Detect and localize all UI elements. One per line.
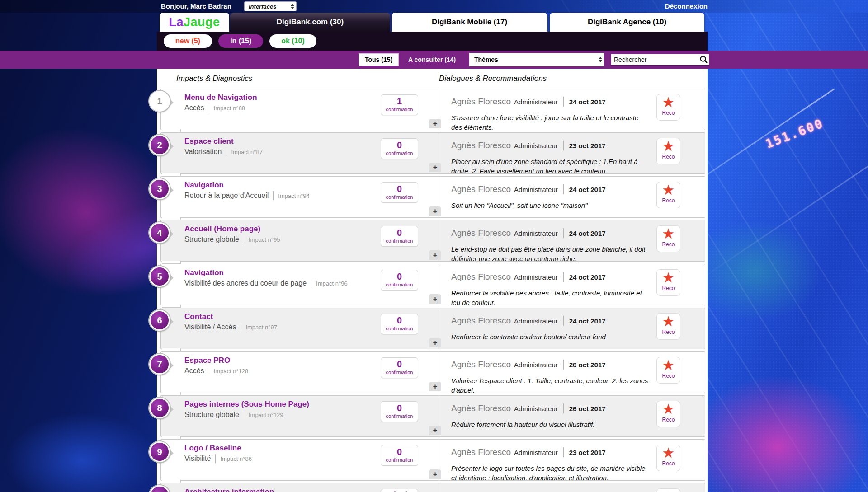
- dialogue-section: Agnès Floresco Administrateur 24 oct 201…: [438, 220, 705, 261]
- separator: [563, 447, 564, 457]
- impact-row: 10 Architecture information confirmation…: [160, 483, 705, 492]
- select-stepper-icon: [291, 4, 294, 9]
- impact-number-label: Impact n°94: [278, 192, 310, 199]
- impact-number-label: Impact n°97: [245, 324, 277, 331]
- impact-title[interactable]: Architecture information: [184, 487, 274, 492]
- author-line: Agnès Floresco Administrateur 24 oct 201…: [451, 228, 606, 238]
- tab-digibank-mobile[interactable]: DigiBank Mobile (17): [392, 13, 547, 32]
- tab-digibank-agence[interactable]: DigiBank Agence (10): [550, 13, 704, 32]
- user-greeting: Bonjour, Marc Badran: [161, 2, 231, 10]
- search-icon[interactable]: [698, 55, 708, 65]
- author-role: Administrateur: [514, 142, 558, 150]
- impact-subtitle: Retour à la page d'Accueil Impact n°94: [184, 191, 310, 200]
- confirmation-counter[interactable]: 0 confirmation: [381, 226, 418, 247]
- filter-a-consulter-button[interactable]: A consulter (14): [408, 51, 456, 69]
- recommendation-text: Renforcer le contraste couleur bouton/ c…: [451, 332, 648, 349]
- reco-star-badge[interactable]: ★ Reco: [656, 182, 680, 208]
- impact-row: 6 Contact Visibilité / Accès Impact n°97…: [160, 308, 705, 349]
- author-line: Agnès Floresco Administrateur 23 oct 201…: [451, 141, 606, 150]
- impact-row: 4 Accueil (Home page) Structure globale …: [160, 220, 705, 262]
- author-name: Agnès Floresco: [451, 316, 511, 326]
- impact-title[interactable]: Menu de Navigation: [184, 93, 257, 102]
- confirmation-counter[interactable]: 0 confirmation: [381, 138, 418, 159]
- reco-star-badge[interactable]: ★ Reco: [656, 357, 680, 384]
- impact-number-badge: 8: [149, 398, 174, 420]
- reco-star-badge[interactable]: ★ Reco: [656, 401, 680, 427]
- tab-digibank-com[interactable]: DigiBank.com (30): [230, 13, 390, 32]
- reco-star-badge[interactable]: ★ Reco: [656, 94, 680, 121]
- impact-title[interactable]: Contact: [184, 312, 213, 321]
- row-notch: [162, 217, 181, 220]
- confirmation-counter[interactable]: confirmation: [381, 489, 418, 492]
- impact-subtitle: Accès Impact n°128: [184, 366, 248, 375]
- dialogue-section: Agnès Floresco Administrateur 23 oct 201…: [438, 440, 705, 480]
- pill-new[interactable]: new (5): [164, 34, 212, 48]
- date: 26 oct 2017: [569, 405, 606, 412]
- reco-star-badge[interactable]: ★ Reco: [656, 445, 680, 471]
- date: 24 oct 2017: [569, 186, 606, 193]
- impact-subtitle: Visibilité / Accès Impact n°97: [184, 323, 277, 332]
- impact-row: 8 Pages internes (Sous Home Page) Struct…: [160, 395, 705, 437]
- reco-star-badge[interactable]: ★ Reco: [656, 225, 680, 252]
- filter-tous-button[interactable]: Tous (15): [359, 53, 399, 66]
- impact-title[interactable]: Pages internes (Sous Home Page): [184, 400, 309, 409]
- confirmation-counter[interactable]: 0 confirmation: [381, 401, 418, 422]
- author-name: Agnès Floresco: [451, 403, 511, 413]
- separator: [563, 228, 564, 238]
- reco-label: Reco: [657, 198, 680, 204]
- confirmation-counter[interactable]: 0 confirmation: [381, 314, 418, 334]
- impact-title[interactable]: Espace PRO: [184, 356, 230, 365]
- impact-row: 5 Navigation Visibilité des ancres du co…: [160, 264, 705, 305]
- row-notch: [162, 129, 181, 132]
- interface-select[interactable]: interfaces: [244, 1, 297, 11]
- impact-title[interactable]: Navigation: [184, 181, 224, 190]
- impact-title[interactable]: Accueil (Home page): [184, 225, 260, 234]
- author-name: Agnès Floresco: [451, 228, 511, 238]
- impact-number-label: Impact n°88: [214, 105, 245, 112]
- confirmation-counter[interactable]: 0 confirmation: [381, 270, 418, 291]
- confirmation-counter[interactable]: 0 confirmation: [381, 445, 418, 466]
- star-icon: ★: [657, 226, 680, 242]
- reco-label: Reco: [657, 242, 680, 248]
- reco-star-badge[interactable]: ★ Reco: [656, 138, 680, 164]
- pill-ok[interactable]: ok (10): [269, 34, 316, 48]
- star-icon: ★: [657, 445, 680, 461]
- content-panel: Impacts & Diagnostics Dialogues & Recomm…: [157, 69, 708, 492]
- confirmation-counter[interactable]: 1 confirmation: [381, 94, 418, 115]
- separator: [563, 360, 564, 370]
- search-box: [611, 54, 709, 66]
- separator: [311, 279, 311, 288]
- pill-in[interactable]: in (15): [218, 34, 263, 48]
- reco-label: Reco: [657, 286, 680, 291]
- lajauge-logo-tab[interactable]: LaJauge: [160, 13, 229, 32]
- impact-title[interactable]: Logo / Baseline: [184, 444, 241, 453]
- impact-subtitle: Accès Impact n°88: [184, 103, 245, 112]
- author-name: Agnès Floresco: [451, 360, 511, 370]
- separator: [563, 184, 564, 194]
- themes-select[interactable]: Thèmes: [469, 53, 604, 66]
- star-icon: ★: [657, 139, 680, 154]
- dialogue-section: Agnès Floresco Administrateur 24 oct 201…: [438, 89, 705, 130]
- impact-title[interactable]: Navigation: [184, 268, 224, 277]
- author-name: Agnès Floresco: [451, 97, 511, 107]
- impact-title[interactable]: Espace client: [184, 137, 234, 146]
- reco-star-badge[interactable]: ★ Reco: [656, 488, 680, 492]
- impact-subtitle: Visibilité des ancres du coeur de page I…: [184, 279, 348, 288]
- date: 26 oct 2017: [569, 361, 606, 369]
- confirmation-counter[interactable]: 0 confirmation: [381, 357, 418, 378]
- impact-number-badge: 10: [149, 485, 174, 492]
- lajauge-logo: LaJauge: [169, 15, 220, 29]
- search-input[interactable]: [611, 56, 698, 63]
- author-name: Agnès Floresco: [451, 447, 511, 457]
- reco-star-badge[interactable]: ★ Reco: [656, 313, 680, 340]
- star-icon: ★: [657, 402, 680, 417]
- impact-subtitle: Visibilité Impact n°86: [184, 454, 252, 463]
- star-icon: ★: [657, 183, 680, 198]
- reco-star-badge[interactable]: ★ Reco: [656, 269, 680, 296]
- row-notch: [162, 480, 181, 483]
- separator: [563, 316, 564, 326]
- confirmation-counter[interactable]: 0 confirmation: [381, 182, 418, 203]
- impact-number-badge: 6: [149, 310, 174, 333]
- separator: [209, 366, 209, 375]
- logout-link[interactable]: Déconnexion: [665, 2, 708, 10]
